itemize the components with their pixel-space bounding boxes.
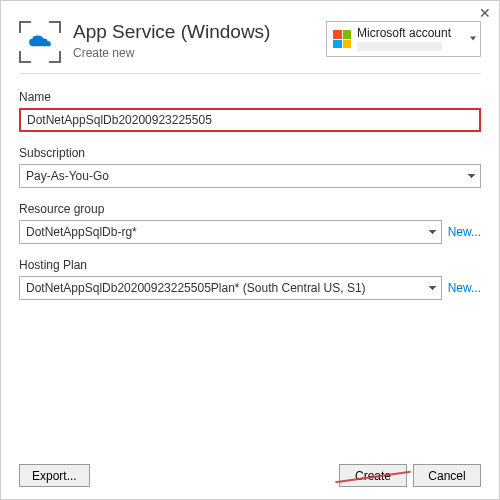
dialog-header: App Service (Windows) Create new Microso… — [19, 21, 481, 63]
resource-group-select[interactable]: DotNetAppSqlDb-rg* — [19, 220, 442, 244]
field-hosting-plan: Hosting Plan DotNetAppSqlDb2020092322550… — [19, 258, 481, 300]
account-label: Microsoft account — [357, 27, 451, 40]
dialog-title: App Service (Windows) — [73, 21, 314, 44]
microsoft-logo-icon — [333, 30, 351, 48]
create-button[interactable]: Create — [339, 464, 407, 487]
title-block: App Service (Windows) Create new — [73, 21, 314, 60]
field-subscription: Subscription Pay-As-You-Go — [19, 146, 481, 188]
account-email-redacted — [357, 42, 442, 51]
hosting-plan-label: Hosting Plan — [19, 258, 481, 272]
footer-button-group: Create Cancel — [339, 464, 481, 487]
name-input[interactable] — [19, 108, 481, 132]
create-button-wrap: Create — [339, 464, 407, 487]
hosting-plan-new-link[interactable]: New... — [448, 281, 481, 295]
hosting-plan-select[interactable]: DotNetAppSqlDb20200923225505Plan* (South… — [19, 276, 442, 300]
app-service-dialog: ✕ App Service (Windows) Create new Micro… — [0, 0, 500, 500]
subscription-label: Subscription — [19, 146, 481, 160]
account-selector[interactable]: Microsoft account — [326, 21, 481, 57]
resource-group-new-link[interactable]: New... — [448, 225, 481, 239]
dialog-footer: Export... Create Cancel — [19, 464, 481, 487]
field-name: Name — [19, 90, 481, 132]
resource-group-label: Resource group — [19, 202, 481, 216]
cancel-button[interactable]: Cancel — [413, 464, 481, 487]
field-resource-group: Resource group DotNetAppSqlDb-rg* New... — [19, 202, 481, 244]
subscription-select[interactable]: Pay-As-You-Go — [19, 164, 481, 188]
cloud-icon — [19, 21, 61, 63]
divider — [19, 73, 481, 74]
close-icon[interactable]: ✕ — [479, 5, 491, 21]
dialog-subtitle: Create new — [73, 46, 314, 60]
export-button[interactable]: Export... — [19, 464, 90, 487]
account-text: Microsoft account — [357, 27, 451, 51]
name-label: Name — [19, 90, 481, 104]
